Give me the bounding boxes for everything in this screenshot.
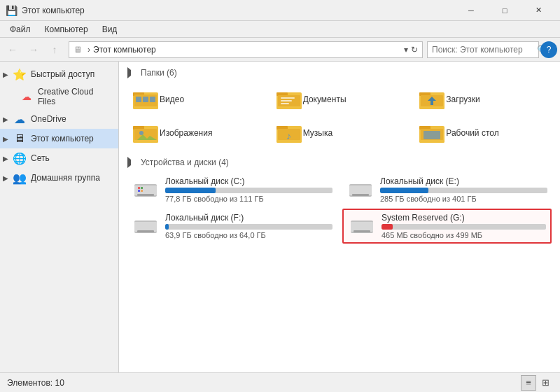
status-bar: Элементов: 10 ≡ ⊞ — [0, 372, 560, 392]
folder-downloads[interactable]: Загрузки — [414, 84, 552, 115]
drive-c-bar-bg — [165, 188, 332, 193]
view-details-icon[interactable]: ≡ — [521, 375, 536, 391]
folders-section-title: Папки (6) — [141, 68, 177, 78]
drive-f[interactable]: Локальный диск (F:) 63,9 ГБ свободно из … — [127, 209, 337, 244]
back-button[interactable]: ← — [3, 40, 22, 59]
folder-images[interactable]: Изображения — [127, 118, 265, 148]
svg-rect-39 — [138, 187, 140, 189]
folder-documents-name: Документы — [303, 94, 346, 104]
folders-section-header: Папки (6) — [127, 67, 552, 78]
title-bar-icon: 💾 — [6, 5, 18, 16]
sidebar-label-network: Сеть — [31, 153, 50, 163]
folder-video-icon — [132, 87, 160, 112]
svg-rect-44 — [349, 186, 372, 195]
drive-g[interactable]: System Reserved (G:) 465 МБ свободно из … — [342, 209, 552, 244]
svg-text:♪: ♪ — [286, 130, 291, 141]
folder-desktop-icon — [418, 120, 446, 146]
menu-file[interactable]: Файл — [3, 21, 38, 38]
help-button[interactable]: ? — [540, 41, 557, 58]
view-icons: ≡ ⊞ — [521, 375, 553, 391]
drive-f-size: 63,9 ГБ свободно из 64,0 ГБ — [165, 231, 332, 239]
svg-rect-34 — [424, 131, 440, 139]
drive-c-icon — [132, 177, 160, 202]
devices-section-header: Устройства и диски (4) — [127, 157, 552, 168]
svg-rect-41 — [138, 190, 140, 192]
sidebar-arrow-onedrive: ▶ — [3, 115, 13, 123]
sidebar-item-onedrive[interactable]: ▶ ☁ OneDrive — [0, 109, 118, 129]
drive-f-bar-fill — [165, 224, 169, 230]
address-pc-icon: 🖥 — [74, 45, 82, 55]
sidebar-item-home-group[interactable]: ▶ 👥 Домашняя группа — [0, 168, 118, 188]
address-breadcrumb: › — [88, 45, 90, 55]
svg-rect-51 — [354, 230, 370, 232]
address-bar[interactable]: 🖥 › Этот компьютер ▾ ↻ — [69, 41, 423, 58]
sidebar: ▶ ⭐ Быстрый доступ ☁ Creative Cloud File… — [0, 62, 119, 372]
drive-e-bar-bg — [380, 188, 547, 193]
drive-c[interactable]: Локальный диск (C:) 77,8 ГБ свободно из … — [127, 174, 337, 206]
drive-c-info: Локальный диск (C:) 77,8 ГБ свободно из … — [165, 176, 332, 203]
drive-e-info: Локальный диск (E:) 285 ГБ свободно из 4… — [380, 176, 547, 203]
close-button[interactable]: ✕ — [522, 0, 554, 21]
maximize-button[interactable]: □ — [489, 0, 521, 21]
search-box[interactable]: 🔍 — [427, 41, 539, 58]
drive-f-name: Локальный диск (F:) — [165, 213, 332, 223]
up-button[interactable]: ↑ — [45, 40, 64, 59]
minimize-button[interactable]: ─ — [455, 0, 487, 21]
sidebar-item-quick-access[interactable]: ▶ ⭐ Быстрый доступ — [0, 64, 118, 84]
svg-rect-12 — [281, 100, 292, 102]
status-text: Элементов: 10 — [7, 378, 521, 388]
drive-e-bar-fill — [380, 188, 428, 193]
drive-e-icon — [346, 177, 374, 202]
forward-button[interactable]: → — [24, 40, 43, 59]
folder-music[interactable]: ♪ Музыка — [271, 118, 409, 148]
drives-grid: Локальный диск (C:) 77,8 ГБ свободно из … — [127, 174, 552, 244]
search-input[interactable] — [432, 45, 537, 55]
sidebar-item-creative-cloud[interactable]: ☁ Creative Cloud Files — [0, 84, 118, 109]
folder-desktop[interactable]: Рабочий стол — [414, 118, 552, 148]
folder-documents-icon — [275, 87, 303, 112]
content-area: Папки (6) Видео — [119, 62, 560, 372]
folder-music-name: Музыка — [303, 128, 332, 138]
menu-computer[interactable]: Компьютер — [38, 21, 95, 38]
sidebar-arrow-network: ▶ — [3, 155, 13, 162]
svg-rect-40 — [141, 187, 143, 189]
sidebar-label-home-group: Домашняя группа — [31, 173, 100, 183]
drive-c-bar-fill — [165, 188, 216, 193]
svg-rect-5 — [143, 97, 148, 102]
svg-rect-47 — [134, 222, 157, 232]
folder-images-name: Изображения — [160, 128, 212, 138]
svg-rect-42 — [141, 190, 143, 192]
folder-desktop-name: Рабочий стол — [446, 128, 498, 138]
svg-rect-4 — [136, 97, 141, 102]
sidebar-icon-quick-access: ⭐ — [13, 67, 27, 81]
main-area: ▶ ⭐ Быстрый доступ ☁ Creative Cloud File… — [0, 62, 560, 372]
drive-f-bar-bg — [165, 224, 332, 230]
view-tiles-icon[interactable]: ⊞ — [538, 375, 553, 391]
drive-c-name: Локальный диск (C:) — [165, 176, 332, 186]
drive-e-name: Локальный диск (E:) — [380, 176, 547, 186]
toolbar: ← → ↑ 🖥 › Этот компьютер ▾ ↻ 🔍 ? — [0, 38, 560, 62]
sidebar-label-quick-access: Быстрый доступ — [31, 69, 94, 79]
refresh-icon[interactable]: ↻ — [411, 45, 418, 55]
address-dropdown-icon[interactable]: ▾ — [404, 45, 408, 55]
folder-video[interactable]: Видео — [127, 84, 265, 115]
folder-documents[interactable]: Документы — [271, 84, 409, 115]
svg-rect-36 — [134, 186, 157, 195]
drive-g-name: System Reserved (G:) — [382, 213, 546, 223]
menu-view[interactable]: Вид — [95, 21, 125, 38]
title-bar-controls: ─ □ ✕ — [455, 0, 554, 21]
sidebar-item-this-pc[interactable]: ▶ 🖥 Этот компьютер — [0, 129, 118, 148]
drive-g-size: 465 МБ свободно из 499 МБ — [382, 231, 546, 239]
sidebar-arrow-this-pc: ▶ — [3, 135, 13, 143]
svg-rect-11 — [281, 97, 295, 99]
svg-rect-37 — [137, 194, 154, 196]
sidebar-item-network[interactable]: ▶ 🌐 Сеть — [0, 148, 118, 168]
folder-downloads-name: Загрузки — [446, 94, 479, 104]
sidebar-label-this-pc: Этот компьютер — [31, 134, 94, 144]
drive-e[interactable]: Локальный диск (E:) 285 ГБ свободно из 4… — [342, 174, 552, 206]
devices-section-title: Устройства и диски (4) — [141, 158, 229, 167]
menu-bar: Файл Компьютер Вид — [0, 21, 560, 38]
folders-grid: Видео Документы — [127, 84, 552, 148]
drive-f-icon — [132, 214, 160, 239]
drive-f-info: Локальный диск (F:) 63,9 ГБ свободно из … — [165, 213, 332, 239]
